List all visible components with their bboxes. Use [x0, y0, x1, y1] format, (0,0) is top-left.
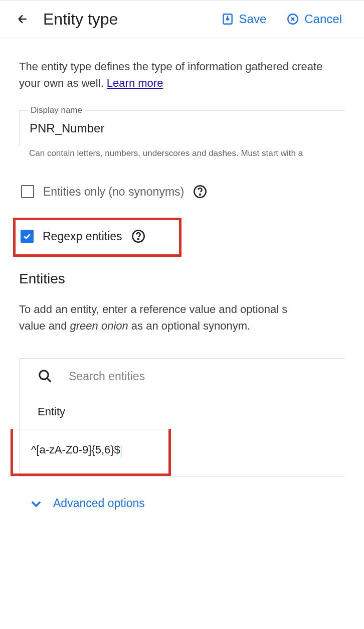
entity-row-highlight[interactable]: ^[a-zA-Z0-9]{5,6}$ [11, 429, 171, 476]
arrow-left-icon [16, 13, 29, 26]
chevron-down-icon [29, 497, 43, 511]
help-icon [193, 185, 207, 199]
cancel-label: Cancel [304, 12, 342, 26]
search-icon [38, 369, 53, 384]
regexp-checkbox[interactable] [21, 230, 34, 243]
display-name-field: Display name [19, 110, 345, 145]
advanced-options-toggle[interactable]: Advanced options [19, 477, 345, 515]
save-icon [221, 13, 234, 26]
learn-more-link[interactable]: Learn more [107, 77, 163, 89]
entities-title: Entities [19, 271, 345, 287]
text-cursor [121, 445, 121, 457]
search-input[interactable] [69, 370, 327, 383]
entities-only-row: Entities only (no synonyms) [19, 181, 345, 203]
content-area: The entity type defines the type of info… [0, 38, 364, 527]
cancel-button[interactable]: Cancel [286, 12, 342, 26]
entities-only-checkbox[interactable] [21, 185, 34, 198]
save-button[interactable]: Save [221, 12, 267, 26]
display-name-label: Display name [28, 105, 85, 115]
page-title: Entity type [43, 10, 118, 29]
regexp-highlight: Regexp entities [13, 218, 181, 257]
entities-only-help[interactable] [193, 185, 207, 199]
advanced-options-label: Advanced options [53, 497, 145, 510]
regexp-label: Regexp entities [43, 230, 122, 243]
checkmark-icon [22, 231, 32, 241]
entities-description: To add an entity, enter a reference valu… [19, 301, 345, 334]
search-row [20, 359, 345, 394]
save-label: Save [239, 12, 267, 26]
entities-only-label: Entities only (no synonyms) [43, 185, 184, 199]
entities-table: Entity ^[a-zA-Z0-9]{5,6}$ [19, 358, 345, 477]
help-icon [131, 229, 145, 243]
display-name-hint: Can contain letters, numbers, underscore… [19, 148, 345, 159]
cancel-icon [286, 13, 299, 26]
svg-point-6 [40, 371, 49, 380]
page-header: Entity type Save Cancel [0, 0, 364, 38]
regexp-help[interactable] [131, 229, 145, 243]
description-text: The entity type defines the type of info… [19, 58, 345, 91]
header-actions: Save Cancel [221, 12, 352, 26]
entity-value: ^[a-zA-Z0-9]{5,6}$ [31, 443, 120, 456]
svg-point-3 [200, 194, 201, 195]
table-column-header: Entity [20, 394, 345, 429]
display-name-input[interactable] [30, 121, 335, 135]
svg-point-5 [138, 239, 139, 240]
back-button[interactable] [12, 9, 33, 30]
